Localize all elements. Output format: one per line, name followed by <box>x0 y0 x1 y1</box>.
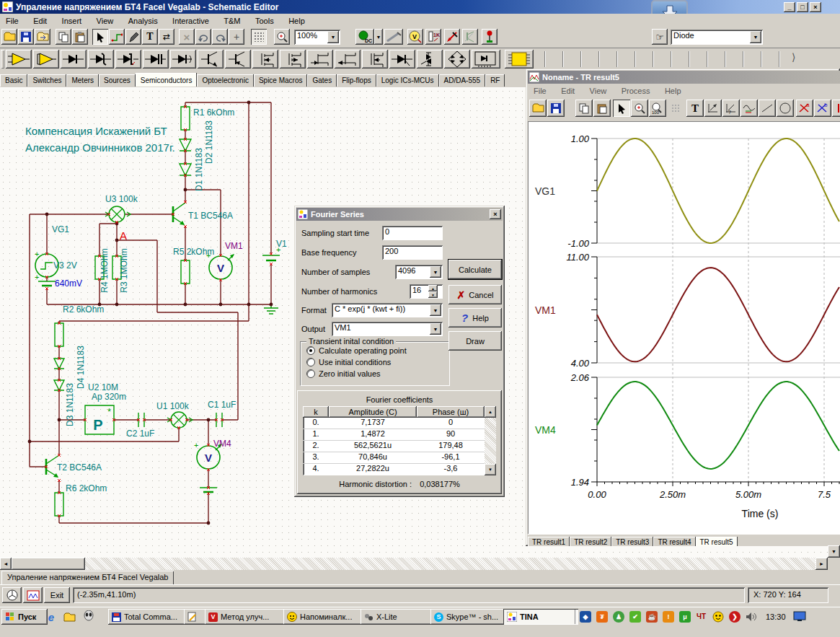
tab-optoelectronic[interactable]: Optoelectronic <box>197 74 253 87</box>
radio-zero-label[interactable]: Zero initial values <box>319 369 381 378</box>
open-button[interactable] <box>1 29 17 45</box>
hscroll-right-arrow[interactable]: ► <box>815 558 828 570</box>
menu-insert[interactable]: Insert <box>56 14 88 27</box>
tr-save-button[interactable] <box>547 100 565 117</box>
task-metod[interactable]: V Метод улуч... <box>205 609 287 625</box>
col-header-k[interactable]: k <box>303 406 329 418</box>
tab-tr-result4[interactable]: TR result4 <box>653 537 695 546</box>
task-napominalka[interactable]: Напоминалк... <box>283 609 364 625</box>
ic-chip-component[interactable] <box>505 50 534 69</box>
col-header-phase[interactable]: Phase (ш) <box>417 406 485 418</box>
document-tab[interactable]: Упраление напряжением БТ4 Facel Vegalab <box>1 571 174 586</box>
zoom-combo-arrow[interactable]: ▼ <box>327 31 339 43</box>
tab-meters[interactable]: Meters <box>66 74 99 87</box>
label-u3[interactable]: U3 100k <box>105 194 138 204</box>
label-r3[interactable]: R3 1MOhm <box>119 248 129 292</box>
paste-button[interactable] <box>72 29 88 45</box>
mosfet-depletion-component[interactable] <box>362 50 388 69</box>
tr-paste-button[interactable] <box>593 100 611 117</box>
tr-zoom-100-tool[interactable]: 100 <box>649 100 666 117</box>
status-motor-icon-button[interactable] <box>2 587 22 603</box>
open-project-button[interactable] <box>35 29 50 45</box>
component-filter-combo[interactable]: Diode ▼ <box>671 30 763 45</box>
table-scrollbar[interactable] <box>485 418 496 464</box>
wire-tool[interactable] <box>109 29 125 45</box>
tr-menu-edit[interactable]: Edit <box>555 84 580 97</box>
menu-file[interactable]: File <box>0 14 25 27</box>
tab-basic[interactable]: Basic <box>0 74 27 87</box>
diode-bridge-component[interactable] <box>444 50 470 69</box>
tab-semiconductors[interactable]: Semiconductors <box>136 73 198 87</box>
num-samples-arrow[interactable]: ▼ <box>430 266 441 278</box>
label-v3[interactable]: V3 2V <box>53 260 77 271</box>
pen-tool[interactable] <box>125 29 141 45</box>
tray-antivirus-icon[interactable]: ✔ <box>629 611 641 623</box>
taskbar-clock[interactable]: 13:30 <box>766 612 786 621</box>
close-button[interactable]: × <box>810 2 821 12</box>
format-combo[interactable]: C * exp(j * (kwt + fi)) ▼ <box>332 303 443 317</box>
task-total-commander[interactable]: Total Comma... <box>108 609 187 625</box>
zener-diode-component[interactable] <box>88 50 114 69</box>
tray-arrow-icon[interactable]: ❯ <box>729 611 740 623</box>
quicklaunch-alien-icon[interactable] <box>84 610 94 625</box>
label-u1[interactable]: U1 100k <box>156 401 190 411</box>
sampling-start-input[interactable]: 0 <box>382 226 443 240</box>
resistor-1k-tool[interactable]: 1K <box>425 29 441 45</box>
tab-tr-result2[interactable]: TR result2 <box>570 537 611 546</box>
zoom-level-combo[interactable]: 100% ▼ <box>294 30 340 45</box>
label-r2[interactable]: R2 6kOhm <box>63 304 104 315</box>
pnp-transistor-component[interactable] <box>225 50 251 69</box>
tab-tr-result1[interactable]: TR result1 <box>528 537 570 546</box>
triac-component[interactable] <box>417 50 443 69</box>
tab-switches[interactable]: Switches <box>27 74 66 87</box>
task-xlite[interactable]: X-Lite <box>361 609 434 625</box>
save-button[interactable] <box>18 29 34 45</box>
opamp2-component[interactable] <box>33 50 59 69</box>
tray-green-agent-icon[interactable]: ♟ <box>613 611 624 623</box>
radio-use-label[interactable]: Use initial conditions <box>319 358 391 366</box>
menu-help[interactable]: Help <box>283 14 311 27</box>
label-v3-offset[interactable]: 640mV <box>55 278 82 289</box>
component-filter-hand-icon[interactable]: ☞ <box>652 29 668 45</box>
menu-tm[interactable]: T&M <box>218 14 246 27</box>
tr-menu-help[interactable]: Help <box>659 84 687 97</box>
move-component-tool[interactable] <box>444 29 460 45</box>
tr-text-tool[interactable]: T <box>686 100 704 117</box>
tr-cursor-a-tool[interactable]: a <box>796 100 813 117</box>
tray-java-icon[interactable]: ☕ <box>646 611 658 623</box>
menu-tools[interactable]: Tools <box>249 14 280 27</box>
label-node-a[interactable]: A <box>120 229 127 242</box>
copy-button[interactable] <box>56 29 71 45</box>
col-header-amplitude[interactable]: Amplitude (C) <box>329 406 417 418</box>
label-d3[interactable]: D3 1N1183 <box>65 383 75 426</box>
minimize-button[interactable]: _ <box>784 2 795 12</box>
tr-select-tool[interactable] <box>613 100 630 117</box>
num-harmonics-spinner[interactable]: 16 <box>410 284 443 299</box>
tray-torrent-icon[interactable]: ₮ <box>596 611 608 623</box>
base-frequency-input[interactable]: 200 <box>382 245 443 260</box>
tr-menu-view[interactable]: View <box>584 84 613 97</box>
zoom-tool[interactable] <box>274 29 290 45</box>
probe-tool[interactable] <box>384 29 403 45</box>
exit-button[interactable]: Exit <box>44 587 70 603</box>
tab-flip-flops[interactable]: Flip-flops <box>337 74 376 87</box>
hscroll-thumb[interactable] <box>12 558 85 570</box>
tr-line-tool[interactable] <box>759 100 776 117</box>
table-scroll-down[interactable]: ▼ <box>485 464 496 475</box>
npn-transistor-component[interactable] <box>198 50 224 69</box>
help-button[interactable]: ?Help <box>448 308 502 328</box>
dc-mode-dropdown[interactable]: ▼ <box>374 29 383 45</box>
harmonics-spin-up[interactable]: ▲ <box>428 285 438 291</box>
radio-zero-initial[interactable] <box>306 369 315 378</box>
menu-interactive[interactable]: Interactive <box>167 14 215 27</box>
tr-cursor-b-tool[interactable]: b <box>814 100 831 117</box>
quicklaunch-folder-icon[interactable] <box>63 612 76 625</box>
task-tina[interactable]: TINA <box>503 609 578 625</box>
tr-cursor2-tool[interactable]: ? <box>722 100 740 117</box>
tr-titlebar[interactable]: Noname - TR result5 <box>528 71 840 84</box>
diode-component[interactable] <box>61 50 87 69</box>
harmonics-spin-down[interactable]: ▼ <box>428 291 438 298</box>
draw-button[interactable]: Draw <box>448 331 502 351</box>
label-u2-ap[interactable]: Ap 320m <box>92 392 126 402</box>
tab-tr-result5[interactable]: TR result5 <box>696 537 738 546</box>
